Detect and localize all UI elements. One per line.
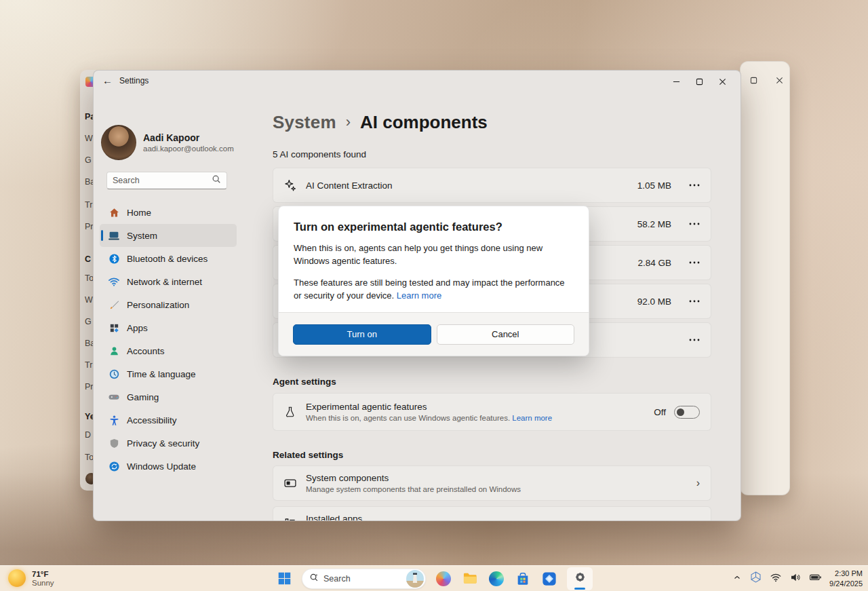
home-icon — [108, 206, 120, 218]
sidebar-item-personalization[interactable]: Personalization — [100, 293, 237, 316]
tray-cube-icon[interactable] — [749, 571, 762, 586]
learn-more-link[interactable]: Learn more — [512, 414, 552, 422]
chevron-right-icon: › — [346, 113, 351, 131]
desktop: PaWGBaTrPrCToWGBaTrPrYeDTo ← Settings — [0, 0, 868, 591]
time-language-icon — [108, 368, 120, 380]
settings-taskbar-active[interactable] — [567, 567, 593, 590]
more-options-button[interactable] — [689, 339, 700, 341]
copilot-sidebar-item[interactable]: D — [85, 430, 91, 440]
sidebar-item-apps[interactable]: Apps — [100, 316, 237, 339]
sidebar-item-label: Gaming — [127, 392, 159, 402]
file-explorer-icon[interactable] — [461, 570, 479, 588]
copilot-icon[interactable] — [435, 570, 452, 588]
minimize-button[interactable] — [665, 73, 688, 90]
sidebar-item-label: Personalization — [127, 300, 189, 310]
tray-date: 9/24/2025 — [829, 579, 863, 588]
start-button[interactable] — [275, 570, 293, 588]
agentic-features-toggle[interactable] — [674, 406, 700, 419]
related-setting-title: Installed apps — [306, 514, 441, 521]
copilot-sidebar-item[interactable]: Tr — [85, 200, 92, 210]
sidebar-item-label: Privacy & security — [127, 438, 199, 449]
tray-time: 2:30 PM — [829, 569, 863, 578]
maximize-button[interactable] — [688, 73, 711, 90]
accessibility-icon — [108, 414, 120, 426]
bluetooth-icon — [108, 252, 120, 265]
cancel-button[interactable]: Cancel — [437, 324, 575, 345]
privacy-security-icon — [108, 437, 120, 449]
experimental-agentic-features-card: Experimental agentic features When this … — [273, 393, 711, 431]
volume-icon[interactable] — [789, 571, 802, 586]
sidebar-item-time-language[interactable]: Time & language — [100, 362, 237, 385]
breadcrumb-system[interactable]: System — [273, 112, 336, 133]
related-setting-description: Manage system components that are preins… — [306, 485, 521, 493]
more-options-button[interactable] — [689, 300, 700, 303]
component-size: 2.84 GB — [637, 258, 671, 268]
agent-settings-heading: Agent settings — [273, 377, 711, 387]
agentic-features-title: Experimental agentic features — [306, 402, 552, 412]
system-components-icon — [283, 476, 298, 490]
close-icon[interactable] — [774, 75, 784, 85]
sidebar-item-gaming[interactable]: Gaming — [100, 385, 237, 408]
copilot-sidebar-item[interactable]: G — [85, 317, 92, 326]
system-icon — [108, 229, 120, 242]
sidebar-item-label: Accessibility — [127, 415, 177, 425]
wifi-icon[interactable] — [770, 571, 782, 586]
related-setting-system-components[interactable]: System componentsManage system component… — [273, 465, 711, 501]
personalization-icon — [108, 299, 120, 311]
microsoft-store-icon[interactable] — [514, 570, 532, 588]
sidebar-item-accounts[interactable]: Accounts — [100, 339, 237, 362]
copilot-sidebar-item[interactable]: W — [85, 134, 93, 143]
back-button[interactable]: ← — [102, 75, 113, 86]
user-email: aadi.kapoor@outlook.com — [143, 145, 234, 153]
dialog-learn-more-link[interactable]: Learn more — [397, 290, 441, 301]
more-options-button[interactable] — [689, 261, 700, 264]
maximize-icon[interactable] — [749, 75, 758, 85]
sidebar-item-label: Network & internet — [127, 277, 202, 287]
sidebar-item-windows-update[interactable]: Windows Update — [100, 455, 237, 478]
taskbar-search-input[interactable]: Search — [302, 569, 426, 589]
titlebar: ← Settings — [94, 71, 741, 99]
installed-apps-icon — [283, 517, 298, 521]
search-icon — [212, 174, 221, 187]
search-highlight-image[interactable] — [406, 570, 424, 588]
breadcrumb: System › AI components — [273, 110, 711, 134]
sidebar-item-network[interactable]: Network & internet — [100, 270, 237, 293]
network-icon — [108, 275, 120, 288]
sidebar-item-system[interactable]: System — [100, 224, 237, 247]
sidebar-item-label: Windows Update — [127, 461, 196, 472]
copilot-sidebar-item[interactable]: Pr — [85, 222, 94, 231]
m365-copilot-icon[interactable] — [540, 570, 558, 588]
chevron-right-icon: › — [696, 518, 700, 521]
sidebar-item-accessibility[interactable]: Accessibility — [100, 408, 237, 432]
sidebar-item-label: Apps — [127, 323, 148, 333]
settings-search-input[interactable]: Search — [106, 172, 227, 189]
toggle-state-label: Off — [654, 407, 666, 417]
user-name: Aadi Kapoor — [143, 132, 234, 143]
component-size: 58.2 MB — [637, 219, 671, 229]
copilot-sidebar-item[interactable]: G — [85, 155, 92, 165]
copilot-sidebar-item[interactable]: Tr — [85, 360, 92, 370]
turn-on-button[interactable]: Turn on — [293, 324, 431, 345]
agentic-features-dialog: Turn on experimental agentic features? W… — [278, 206, 589, 356]
copilot-sidebar-item[interactable]: C — [85, 254, 91, 264]
edge-icon[interactable] — [488, 570, 505, 588]
battery-icon[interactable] — [809, 571, 822, 586]
copilot-sidebar-item[interactable]: W — [85, 295, 93, 305]
sidebar-item-home[interactable]: Home — [100, 201, 237, 224]
user-account[interactable]: Aadi Kapoor aadi.kapoor@outlook.com — [101, 125, 234, 160]
related-setting-installed-apps[interactable]: Installed appsUninstall and manage apps … — [273, 506, 711, 521]
sidebar-item-bluetooth[interactable]: Bluetooth & devices — [100, 247, 237, 270]
copilot-sidebar-item[interactable]: Pr — [85, 382, 94, 392]
tray-clock[interactable]: 2:30 PM 9/24/2025 — [829, 569, 863, 588]
background-window[interactable] — [740, 61, 790, 495]
tray-chevron-up-icon[interactable] — [732, 573, 742, 585]
window-title: Settings — [119, 76, 149, 85]
more-options-button[interactable] — [689, 184, 700, 187]
close-button[interactable] — [711, 73, 734, 90]
taskbar: 71°F Sunny Search — [0, 565, 868, 591]
component-size: 92.0 MB — [637, 297, 671, 307]
settings-gear-icon — [572, 569, 588, 588]
sidebar-item-privacy-security[interactable]: Privacy & security — [100, 432, 237, 455]
more-options-button[interactable] — [689, 223, 700, 225]
sidebar-item-label: System — [127, 231, 157, 241]
